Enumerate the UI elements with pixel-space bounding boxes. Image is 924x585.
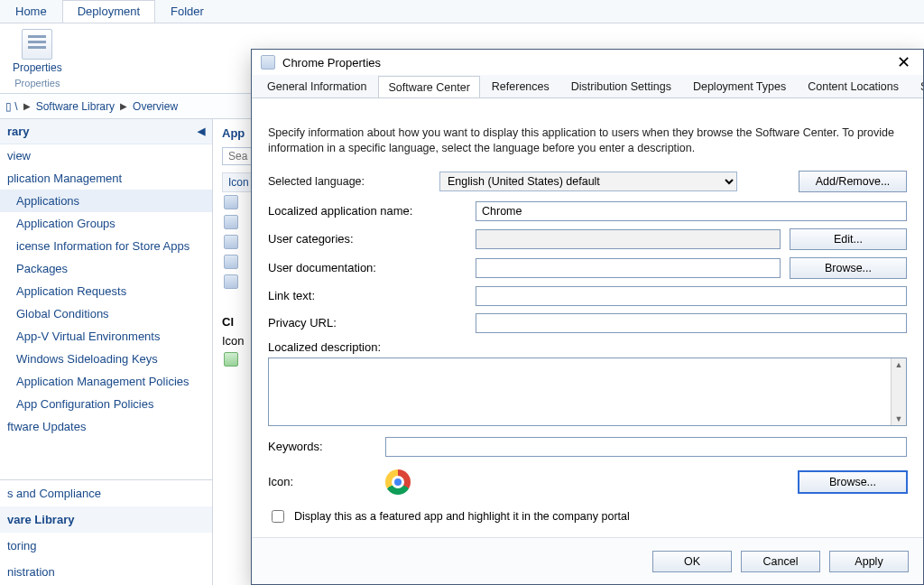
cancel-button[interactable]: Cancel [741,551,820,572]
apply-button[interactable]: Apply [829,551,909,572]
nav-footer: s and Compliance vare Library toring nis… [0,479,212,585]
nav-item[interactable]: Application Groups [0,212,212,235]
nav-header: rary ◀ [0,119,212,144]
ok-button[interactable]: OK [652,551,732,572]
dialog-titlebar: Chrome Properties ✕ [252,50,923,75]
app-icon [224,235,238,249]
nav-item-applications[interactable]: Applications [0,190,212,212]
user-categories-input [476,229,781,249]
keywords-input[interactable] [385,437,907,457]
app-icon [224,215,238,229]
chevron-right-icon: ▶ [23,101,31,111]
nav-item[interactable]: Global Conditions [0,302,212,325]
localized-description-input[interactable] [269,358,890,425]
nav-item[interactable]: Application Requests [0,280,212,302]
ribbon-tabs: Home Deployment Folder [0,0,924,23]
selected-language-select[interactable]: English (United States) default [439,172,737,191]
localized-app-name-label: Localized application name: [268,204,467,218]
nav-item[interactable]: icense Information for Store Apps [0,235,212,257]
breadcrumb-item[interactable]: Software Library [36,100,115,113]
app-icon [224,274,238,289]
ribbon-tab-deployment[interactable]: Deployment [62,0,155,23]
localized-description-label: Localized description: [268,340,381,354]
ribbon-button-label: Properties [13,61,62,74]
dialog-body: Specify information about how you want t… [252,116,923,537]
chevron-left-icon[interactable]: ◀ [198,125,205,137]
ribbon-tab-folder[interactable]: Folder [155,0,219,23]
featured-row: Display this as a featured app and highl… [268,507,907,525]
breadcrumb-item[interactable]: Overview [133,100,178,113]
tab-deployment-types[interactable]: Deployment Types [683,75,796,98]
link-text-label: Link text: [268,289,467,302]
nav-item[interactable]: view [0,144,212,167]
app-icon [224,255,238,269]
nav-item[interactable]: Packages [0,257,212,280]
chevron-right-icon: ▶ [120,101,127,111]
properties-icon [22,29,52,60]
tab-software-center[interactable]: Software Center [378,76,479,98]
keywords-label: Keywords: [268,440,376,453]
tab-supersedence[interactable]: Supersedence [910,75,923,98]
edit-button[interactable]: Edit... [790,228,907,250]
privacy-url-label: Privacy URL: [268,316,467,330]
nav-item[interactable]: ftware Updates [0,415,212,438]
user-documentation-label: User documentation: [268,261,467,274]
app-icon [224,195,238,209]
privacy-url-input[interactable] [476,313,907,333]
chrome-icon [385,469,411,495]
form-grid: Localized application name: User categor… [268,201,907,426]
localized-description-block: Localized description: ▲ ▼ [268,340,907,426]
dialog-footer: OK Cancel Apply [252,537,923,584]
properties-dialog: Chrome Properties ✕ General Information … [251,49,924,585]
breadcrumb-root-icon: ▯ \ [5,100,18,113]
hint-text: Specify information about how you want t… [268,125,907,156]
ribbon-group-properties[interactable]: Properties Properties [13,29,62,88]
featured-checkbox[interactable] [272,510,284,523]
nav-footer-item[interactable]: s and Compliance [0,480,212,506]
add-remove-button[interactable]: Add/Remove... [799,171,907,192]
link-text-input[interactable] [476,286,907,306]
tab-references[interactable]: References [482,75,559,98]
nav-tree[interactable]: view plication Management Applications A… [0,144,212,479]
nav-footer-item[interactable]: toring [0,533,212,559]
nav-item[interactable]: Windows Sideloading Keys [0,348,212,370]
icon-row: Icon: Browse... [268,469,907,495]
nav-item[interactable]: App-V Virtual Environments [0,325,212,348]
nav-item[interactable]: App Configuration Policies [0,393,212,415]
nav-header-label: rary [7,125,30,138]
localized-description-wrap: ▲ ▼ [268,358,907,426]
tab-content-locations[interactable]: Content Locations [798,75,909,98]
tab-distribution-settings[interactable]: Distribution Settings [561,75,681,98]
app-icon [224,352,238,367]
dialog-tabs: General Information Software Center Refe… [252,75,923,98]
dialog-icon [261,55,275,70]
localized-app-name-input[interactable] [476,201,907,221]
featured-label: Display this as a featured app and highl… [294,510,630,523]
tab-general-information[interactable]: General Information [257,75,376,98]
scrollbar[interactable]: ▲ ▼ [891,358,906,425]
scroll-down-icon[interactable]: ▼ [895,413,903,425]
dialog-title: Chrome Properties [282,56,381,70]
nav-footer-item[interactable]: nistration [0,559,212,585]
scroll-up-icon[interactable]: ▲ [895,358,903,371]
close-icon[interactable]: ✕ [893,55,914,70]
ribbon-group-name: Properties [14,78,60,88]
selected-language-row: Selected language: English (United State… [268,171,907,192]
ribbon-tab-home[interactable]: Home [0,0,62,23]
nav-item[interactable]: Application Management Policies [0,370,212,393]
selected-language-label: Selected language: [268,175,439,188]
keywords-row: Keywords: [268,437,907,457]
icon-label: Icon: [268,475,376,488]
nav-item[interactable]: plication Management [0,167,212,190]
browse-icon-button[interactable]: Browse... [799,471,907,493]
browse-doc-button[interactable]: Browse... [790,257,907,279]
nav-pane: rary ◀ view plication Management Applica… [0,119,213,585]
user-documentation-input[interactable] [476,258,781,278]
nav-footer-item[interactable]: vare Library [0,506,212,533]
user-categories-label: User categories: [268,232,467,246]
